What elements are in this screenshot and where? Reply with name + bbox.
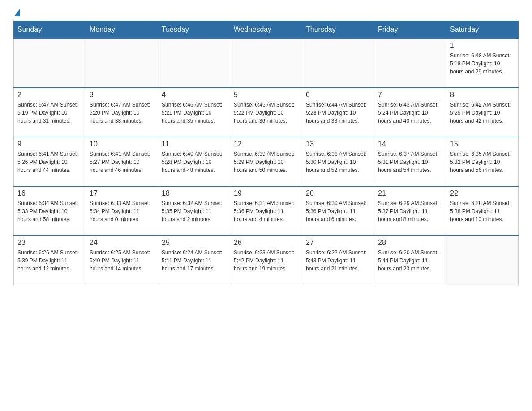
day-number: 14: [378, 140, 442, 148]
day-info: Sunrise: 6:47 AM Sunset: 5:19 PM Dayligh…: [17, 101, 82, 125]
calendar-cell: [230, 39, 302, 88]
day-of-week-header: Wednesday: [230, 21, 302, 39]
day-number: 16: [17, 189, 82, 197]
calendar-week-row: 9Sunrise: 6:41 AM Sunset: 5:26 PM Daylig…: [14, 137, 519, 186]
calendar-cell: 12Sunrise: 6:39 AM Sunset: 5:29 PM Dayli…: [230, 137, 302, 186]
calendar-cell: [374, 39, 446, 88]
calendar-week-row: 16Sunrise: 6:34 AM Sunset: 5:33 PM Dayli…: [14, 186, 519, 235]
calendar-cell: 13Sunrise: 6:38 AM Sunset: 5:30 PM Dayli…: [302, 137, 374, 186]
calendar-cell: 25Sunrise: 6:24 AM Sunset: 5:41 PM Dayli…: [158, 235, 230, 285]
calendar-cell: 18Sunrise: 6:32 AM Sunset: 5:35 PM Dayli…: [158, 186, 230, 235]
calendar-cell: [14, 39, 86, 88]
day-info: Sunrise: 6:45 AM Sunset: 5:22 PM Dayligh…: [234, 101, 298, 125]
day-of-week-header: Friday: [374, 21, 446, 39]
day-number: 19: [234, 189, 298, 197]
calendar-cell: 26Sunrise: 6:23 AM Sunset: 5:42 PM Dayli…: [230, 235, 302, 285]
day-number: 26: [234, 239, 298, 247]
calendar-cell: 27Sunrise: 6:22 AM Sunset: 5:43 PM Dayli…: [302, 235, 374, 285]
calendar-cell: [446, 235, 519, 285]
day-of-week-header: Tuesday: [158, 21, 230, 39]
calendar-cell: 7Sunrise: 6:43 AM Sunset: 5:24 PM Daylig…: [374, 88, 446, 137]
day-info: Sunrise: 6:47 AM Sunset: 5:20 PM Dayligh…: [90, 101, 154, 125]
calendar-cell: 24Sunrise: 6:25 AM Sunset: 5:40 PM Dayli…: [86, 235, 158, 285]
calendar-cell: 16Sunrise: 6:34 AM Sunset: 5:33 PM Dayli…: [14, 186, 86, 235]
day-number: 24: [90, 239, 154, 247]
calendar-cell: 28Sunrise: 6:20 AM Sunset: 5:44 PM Dayli…: [374, 235, 446, 285]
calendar-cell: 4Sunrise: 6:46 AM Sunset: 5:21 PM Daylig…: [158, 88, 230, 137]
day-info: Sunrise: 6:41 AM Sunset: 5:27 PM Dayligh…: [90, 150, 154, 174]
calendar-cell: 6Sunrise: 6:44 AM Sunset: 5:23 PM Daylig…: [302, 88, 374, 137]
day-info: Sunrise: 6:23 AM Sunset: 5:42 PM Dayligh…: [234, 248, 298, 273]
day-info: Sunrise: 6:29 AM Sunset: 5:37 PM Dayligh…: [378, 199, 442, 223]
day-number: 21: [378, 189, 442, 197]
day-number: 3: [90, 91, 154, 99]
day-info: Sunrise: 6:28 AM Sunset: 5:38 PM Dayligh…: [450, 199, 515, 223]
calendar-cell: 21Sunrise: 6:29 AM Sunset: 5:37 PM Dayli…: [374, 186, 446, 235]
day-info: Sunrise: 6:43 AM Sunset: 5:24 PM Dayligh…: [378, 101, 442, 125]
calendar-cell: 22Sunrise: 6:28 AM Sunset: 5:38 PM Dayli…: [446, 186, 519, 235]
calendar-cell: 19Sunrise: 6:31 AM Sunset: 5:36 PM Dayli…: [230, 186, 302, 235]
calendar-week-row: 23Sunrise: 6:26 AM Sunset: 5:39 PM Dayli…: [14, 235, 519, 285]
day-info: Sunrise: 6:44 AM Sunset: 5:23 PM Dayligh…: [306, 101, 370, 125]
day-info: Sunrise: 6:24 AM Sunset: 5:41 PM Dayligh…: [162, 248, 226, 273]
day-number: 13: [306, 140, 370, 148]
day-info: Sunrise: 6:39 AM Sunset: 5:29 PM Dayligh…: [234, 150, 298, 174]
calendar-cell: 15Sunrise: 6:35 AM Sunset: 5:32 PM Dayli…: [446, 137, 519, 186]
calendar-cell: [158, 39, 230, 88]
calendar-cell: 11Sunrise: 6:40 AM Sunset: 5:28 PM Dayli…: [158, 137, 230, 186]
day-of-week-header: Monday: [86, 21, 158, 39]
day-info: Sunrise: 6:46 AM Sunset: 5:21 PM Dayligh…: [162, 101, 226, 125]
day-number: 8: [450, 91, 515, 99]
day-info: Sunrise: 6:33 AM Sunset: 5:34 PM Dayligh…: [90, 199, 154, 223]
day-number: 25: [162, 239, 226, 247]
day-info: Sunrise: 6:35 AM Sunset: 5:32 PM Dayligh…: [450, 150, 515, 174]
day-of-week-header: Saturday: [446, 21, 519, 39]
page-header: [13, 9, 519, 16]
day-number: 22: [450, 189, 515, 197]
day-number: 18: [162, 189, 226, 197]
day-info: Sunrise: 6:25 AM Sunset: 5:40 PM Dayligh…: [90, 248, 154, 273]
calendar-cell: [302, 39, 374, 88]
day-info: Sunrise: 6:37 AM Sunset: 5:31 PM Dayligh…: [378, 150, 442, 174]
calendar-cell: [86, 39, 158, 88]
day-number: 6: [306, 91, 370, 99]
calendar-table: SundayMondayTuesdayWednesdayThursdayFrid…: [13, 21, 519, 285]
day-number: 27: [306, 239, 370, 247]
logo-triangle-icon: [14, 9, 20, 16]
day-number: 15: [450, 140, 515, 148]
day-number: 5: [234, 91, 298, 99]
logo: [13, 9, 20, 16]
day-number: 28: [378, 239, 442, 247]
day-number: 10: [90, 140, 154, 148]
day-of-week-header: Thursday: [302, 21, 374, 39]
calendar-week-row: 2Sunrise: 6:47 AM Sunset: 5:19 PM Daylig…: [14, 88, 519, 137]
day-info: Sunrise: 6:38 AM Sunset: 5:30 PM Dayligh…: [306, 150, 370, 174]
day-info: Sunrise: 6:32 AM Sunset: 5:35 PM Dayligh…: [162, 199, 226, 223]
day-number: 4: [162, 91, 226, 99]
day-info: Sunrise: 6:41 AM Sunset: 5:26 PM Dayligh…: [17, 150, 82, 174]
calendar-cell: 10Sunrise: 6:41 AM Sunset: 5:27 PM Dayli…: [86, 137, 158, 186]
day-number: 11: [162, 140, 226, 148]
day-number: 1: [450, 42, 515, 50]
calendar-cell: 20Sunrise: 6:30 AM Sunset: 5:36 PM Dayli…: [302, 186, 374, 235]
day-info: Sunrise: 6:22 AM Sunset: 5:43 PM Dayligh…: [306, 248, 370, 273]
calendar-cell: 8Sunrise: 6:42 AM Sunset: 5:25 PM Daylig…: [446, 88, 519, 137]
calendar-cell: 23Sunrise: 6:26 AM Sunset: 5:39 PM Dayli…: [14, 235, 86, 285]
day-info: Sunrise: 6:26 AM Sunset: 5:39 PM Dayligh…: [17, 248, 82, 273]
calendar-cell: 1Sunrise: 6:48 AM Sunset: 5:18 PM Daylig…: [446, 39, 519, 88]
day-info: Sunrise: 6:31 AM Sunset: 5:36 PM Dayligh…: [234, 199, 298, 223]
day-number: 20: [306, 189, 370, 197]
day-info: Sunrise: 6:48 AM Sunset: 5:18 PM Dayligh…: [450, 51, 515, 76]
day-of-week-header: Sunday: [14, 21, 86, 39]
calendar-cell: 3Sunrise: 6:47 AM Sunset: 5:20 PM Daylig…: [86, 88, 158, 137]
calendar-cell: 9Sunrise: 6:41 AM Sunset: 5:26 PM Daylig…: [14, 137, 86, 186]
day-info: Sunrise: 6:34 AM Sunset: 5:33 PM Dayligh…: [17, 199, 82, 223]
day-number: 7: [378, 91, 442, 99]
calendar-cell: 14Sunrise: 6:37 AM Sunset: 5:31 PM Dayli…: [374, 137, 446, 186]
calendar-cell: 5Sunrise: 6:45 AM Sunset: 5:22 PM Daylig…: [230, 88, 302, 137]
day-info: Sunrise: 6:30 AM Sunset: 5:36 PM Dayligh…: [306, 199, 370, 223]
day-number: 9: [17, 140, 82, 148]
day-number: 2: [17, 91, 82, 99]
calendar-header-row: SundayMondayTuesdayWednesdayThursdayFrid…: [14, 21, 519, 39]
day-number: 17: [90, 189, 154, 197]
